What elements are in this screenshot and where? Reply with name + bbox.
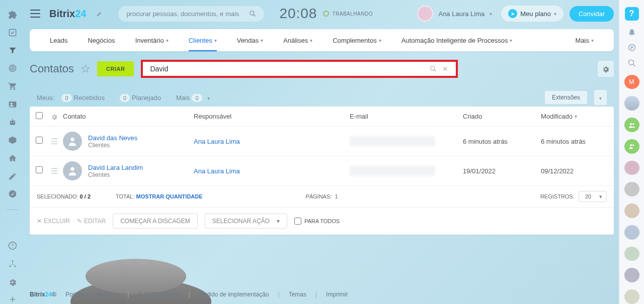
extensions-button[interactable]: Extensões [545, 91, 587, 104]
group-icon[interactable] [624, 139, 639, 154]
responsible-link[interactable]: Ana Laura Lima [194, 138, 350, 145]
search-icon[interactable] [430, 65, 437, 72]
column-settings[interactable] [51, 113, 63, 120]
group-icon[interactable] [624, 118, 639, 132]
svg-point-3 [12, 68, 13, 68]
help-button[interactable]: ? [625, 7, 639, 21]
edit-button[interactable]: ✎ EDITAR [77, 218, 106, 225]
user-avatar[interactable] [624, 161, 639, 175]
sitemap-icon[interactable] [8, 259, 17, 268]
table-row[interactable]: ☰ David das Neves Clientes Ana Laura Lim… [30, 127, 614, 156]
check-icon[interactable] [8, 28, 17, 37]
col-email[interactable]: E-mail [350, 113, 463, 120]
box-icon[interactable] [8, 136, 17, 145]
title-row: Contatos CRIAR [30, 58, 614, 80]
records-dropdown[interactable]: 20▾ [579, 191, 607, 202]
svg-point-5 [11, 122, 12, 123]
create-button[interactable]: CRIAR [97, 61, 134, 76]
user-avatar[interactable] [624, 225, 639, 240]
impl-link[interactable]: Pedido de implementação [199, 291, 269, 298]
gear-icon[interactable] [8, 277, 17, 286]
pages: PÁGINAS: 1 [305, 193, 338, 199]
for-all-checkbox[interactable]: PARA TODOS [294, 218, 340, 225]
delete-button[interactable]: ✕ EXCLUIR [37, 218, 70, 225]
user-avatar[interactable] [624, 247, 639, 261]
pill-more[interactable]: Mais0▾ [176, 93, 210, 102]
star-icon[interactable] [81, 64, 90, 73]
col-modified[interactable]: Modificado▾ [541, 113, 608, 120]
pill-received[interactable]: 0Recebidos [61, 93, 113, 102]
robot-icon[interactable] [8, 118, 17, 127]
plus-icon[interactable] [8, 295, 17, 304]
settings-button[interactable] [598, 61, 614, 77]
tab-vendas[interactable]: Vendas▾ [227, 29, 273, 51]
pill-planned[interactable]: 0Planejado [120, 93, 169, 102]
select-action-dropdown[interactable]: SELECIONAR AÇÃO▾ [205, 214, 287, 229]
help-icon[interactable]: ? [8, 241, 17, 250]
pen-icon[interactable] [8, 172, 17, 181]
plan-button[interactable]: ➤ Meu plano ▾ [501, 6, 564, 22]
rocket-icon: ➤ [508, 9, 517, 18]
tab-more[interactable]: Mais▾ [566, 29, 604, 51]
puzzle-icon[interactable] [8, 10, 17, 19]
row-menu[interactable]: ☰ [51, 166, 63, 176]
show-total-link[interactable]: MOSTRAR QUANTIDADE [136, 193, 203, 199]
search-icon[interactable] [627, 59, 636, 67]
svg-point-17 [70, 167, 74, 171]
row-checkbox[interactable] [36, 166, 43, 173]
cart-icon[interactable] [8, 82, 17, 91]
contact-name-link[interactable]: David das Neves [88, 134, 137, 142]
user-avatar[interactable] [624, 289, 639, 304]
clear-icon[interactable] [442, 65, 449, 72]
created-date: 6 minutos atrás [463, 138, 541, 145]
col-contact[interactable]: Contato [63, 113, 194, 120]
lang-selector[interactable]: Português (Brasil) ▾ [65, 291, 118, 298]
contacts-icon[interactable] [8, 100, 17, 109]
global-search[interactable]: procurar pessoas, documentos, e mais [118, 6, 264, 22]
contacts-search-input[interactable] [150, 65, 430, 73]
filter-icon[interactable] [8, 46, 17, 55]
status-text[interactable]: TRABALHANDO [332, 11, 373, 17]
target-icon[interactable] [8, 64, 17, 73]
row-menu[interactable]: ☰ [51, 137, 63, 146]
check-circle-icon[interactable] [8, 189, 17, 198]
user-avatar[interactable] [624, 268, 639, 282]
svg-point-16 [70, 138, 74, 141]
invite-button[interactable]: Convidar [570, 6, 614, 22]
table-row[interactable]: ☰ David Lara Landim Clientes Ana Laura L… [30, 156, 614, 186]
user-avatar[interactable] [624, 182, 639, 196]
tab-negocios[interactable]: Negócios [77, 29, 125, 51]
tab-inventario[interactable]: Inventário▾ [125, 29, 179, 51]
tab-leads[interactable]: Leads [40, 29, 77, 51]
user-menu[interactable]: Ana Laura Lima ▾ [417, 6, 492, 22]
col-responsible[interactable]: Responsável [194, 113, 350, 120]
contact-avatar-icon [63, 132, 82, 151]
col-created[interactable]: Criado [463, 113, 541, 120]
print-link[interactable]: Imprimir [326, 291, 348, 298]
tab-automacao[interactable]: Automação Inteligente de Processos▾ [391, 29, 523, 51]
row-checkbox[interactable] [36, 137, 43, 144]
footer-brand[interactable]: Bitrix24© [30, 291, 56, 298]
menu-button[interactable] [30, 10, 40, 18]
clock[interactable]: 20:08 [279, 6, 317, 22]
themes-link[interactable]: Temas [289, 291, 306, 298]
tab-complementos[interactable]: Complementos▾ [323, 29, 391, 51]
responsible-link[interactable]: Ana Laura Lima [194, 167, 350, 175]
user-avatar[interactable] [624, 204, 639, 218]
tab-clientes[interactable]: Clientes▾ [179, 29, 227, 51]
pencil-icon[interactable] [96, 10, 103, 17]
contact-name-link[interactable]: David Lara Landim [88, 164, 143, 171]
brand-logo[interactable]: Bitrix24 [49, 8, 86, 20]
select-all-checkbox[interactable] [36, 112, 43, 119]
dial-button[interactable]: COMEÇAR A DISCAGEM [113, 214, 198, 229]
bell-icon[interactable] [627, 28, 636, 36]
top-bar: Bitrix24 procurar pessoas, documentos, e… [25, 0, 619, 27]
building-icon[interactable] [8, 154, 17, 163]
extensions-dropdown[interactable]: ▾ [594, 90, 607, 105]
user-avatar-m[interactable]: M [624, 75, 639, 89]
user-avatar[interactable] [624, 96, 639, 111]
tab-analises[interactable]: Análises▾ [273, 29, 323, 51]
chat-icon[interactable] [627, 43, 636, 52]
contacts-search-filter[interactable] [141, 60, 458, 78]
contact-type: Clientes [88, 142, 137, 149]
